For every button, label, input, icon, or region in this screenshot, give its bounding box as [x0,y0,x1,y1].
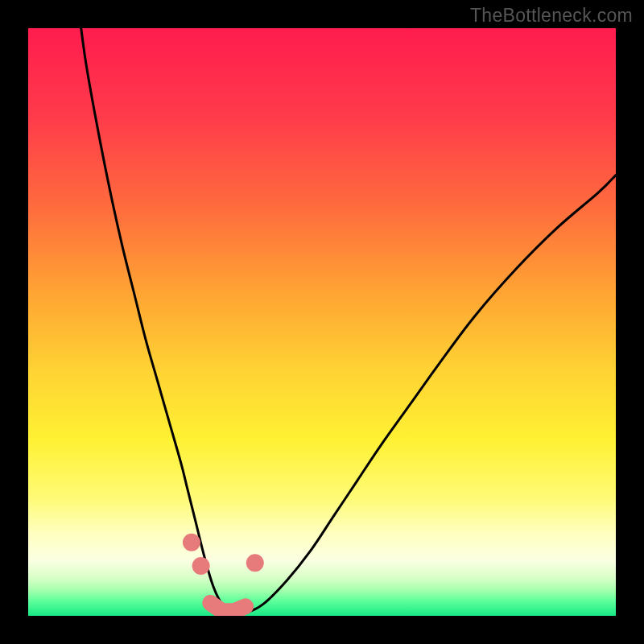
highlight-markers [183,534,264,611]
highlight-dot [246,554,264,572]
highlight-dot [192,557,210,575]
highlight-dot [183,534,200,551]
bottleneck-curve [81,28,616,614]
curve-layer [28,28,616,616]
highlight-segment [210,603,246,611]
watermark-text: TheBottleneck.com [470,5,633,27]
plot-area [28,28,616,616]
chart-frame: TheBottleneck.com [0,0,644,644]
